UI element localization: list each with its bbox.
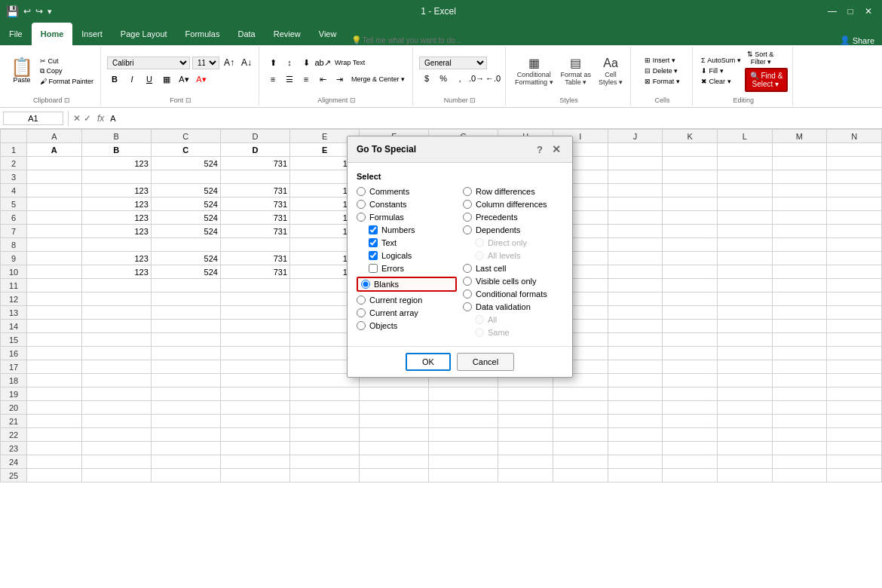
option-text[interactable]: Text bbox=[369, 238, 457, 247]
dialog-options: Comments Constants Formulas Numbers Text bbox=[357, 187, 563, 337]
dialog-cancel-btn[interactable]: Cancel bbox=[457, 353, 514, 371]
dialog-ok-btn[interactable]: OK bbox=[406, 353, 451, 371]
modal-overlay: Go To Special ? ✕ Select Comments Consta… bbox=[0, 0, 882, 588]
option-comments[interactable]: Comments bbox=[357, 187, 457, 196]
option-visible-cells[interactable]: Visible cells only bbox=[463, 277, 563, 286]
dialog-footer: OK Cancel bbox=[348, 346, 572, 377]
option-all-levels[interactable]: All levels bbox=[475, 251, 563, 260]
dialog-close-btn[interactable]: ✕ bbox=[550, 142, 563, 156]
option-row-diff[interactable]: Row differences bbox=[463, 187, 563, 196]
option-col-diff[interactable]: Column differences bbox=[463, 200, 563, 209]
option-errors[interactable]: Errors bbox=[369, 264, 457, 273]
dialog-section-label: Select bbox=[357, 172, 563, 181]
option-numbers[interactable]: Numbers bbox=[369, 225, 457, 234]
dialog-body: Select Comments Constants Formulas Numb bbox=[348, 163, 572, 346]
dialog-left-col: Comments Constants Formulas Numbers Text bbox=[357, 187, 457, 337]
option-blanks[interactable]: Blanks bbox=[357, 277, 457, 292]
dialog-title-bar[interactable]: Go To Special ? ✕ bbox=[348, 136, 572, 163]
dialog-help-btn[interactable]: ? bbox=[533, 142, 547, 156]
option-direct-only[interactable]: Direct only bbox=[475, 238, 563, 247]
dialog-title-text: Go To Special bbox=[357, 144, 416, 155]
option-precedents[interactable]: Precedents bbox=[463, 213, 563, 222]
option-conditional-formats[interactable]: Conditional formats bbox=[463, 289, 563, 299]
option-last-cell[interactable]: Last cell bbox=[463, 264, 563, 273]
option-current-array[interactable]: Current array bbox=[357, 308, 457, 317]
dialog-right-col: Row differences Column differences Prece… bbox=[463, 187, 563, 337]
option-dependents[interactable]: Dependents bbox=[463, 225, 563, 234]
option-all-validation[interactable]: All bbox=[475, 315, 563, 324]
option-same-validation[interactable]: Same bbox=[475, 328, 563, 337]
option-data-validation[interactable]: Data validation bbox=[463, 302, 563, 311]
option-objects[interactable]: Objects bbox=[357, 321, 457, 330]
goto-special-dialog: Go To Special ? ✕ Select Comments Consta… bbox=[347, 136, 573, 378]
option-current-region[interactable]: Current region bbox=[357, 296, 457, 305]
option-constants[interactable]: Constants bbox=[357, 200, 457, 209]
option-formulas[interactable]: Formulas bbox=[357, 213, 457, 222]
option-logicals[interactable]: Logicals bbox=[369, 251, 457, 260]
